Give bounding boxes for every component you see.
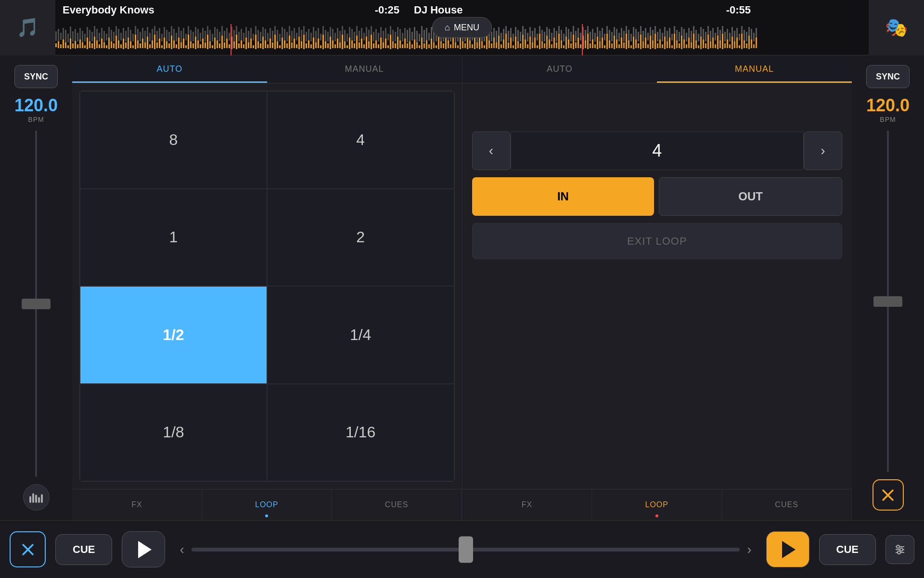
left-loop-cell-1[interactable]: 1 <box>80 189 267 287</box>
left-bottom-tab-loop[interactable]: LOOP <box>202 489 332 520</box>
left-loop-cell-quarter[interactable]: 1/4 <box>267 286 454 384</box>
svg-rect-188 <box>156 42 158 48</box>
svg-rect-175 <box>125 42 127 48</box>
right-cue-button[interactable]: CUE <box>819 534 876 565</box>
left-play-button[interactable] <box>122 531 165 567</box>
right-sync-button[interactable]: SYNC <box>866 65 910 88</box>
svg-rect-302 <box>428 33 430 40</box>
svg-rect-527 <box>618 44 620 48</box>
svg-rect-287 <box>395 43 396 48</box>
svg-rect-228 <box>253 45 254 48</box>
svg-rect-504 <box>563 45 565 48</box>
svg-rect-567 <box>715 44 716 48</box>
exit-loop-button[interactable]: EXIT LOOP <box>472 223 843 259</box>
svg-rect-93 <box>279 34 281 41</box>
svg-rect-183 <box>144 42 146 48</box>
svg-rect-391 <box>642 31 644 41</box>
svg-rect-473 <box>488 40 490 48</box>
left-sync-button[interactable]: SYNC <box>14 65 58 88</box>
svg-rect-146 <box>55 43 57 47</box>
crossfader-left-arrow[interactable]: ‹ <box>180 542 184 557</box>
left-loop-cell-8[interactable]: 8 <box>80 91 267 189</box>
crossfader-track[interactable] <box>192 548 740 552</box>
svg-rect-469 <box>479 37 480 49</box>
svg-rect-547 <box>667 41 668 48</box>
crossfader-thumb[interactable] <box>459 536 473 563</box>
loop-size-prev-button[interactable]: ‹ <box>472 131 511 170</box>
left-loop-cell-2[interactable]: 2 <box>267 189 454 287</box>
menu-button[interactable]: ⌂ MENU <box>432 17 492 38</box>
svg-rect-267 <box>346 45 348 48</box>
svg-rect-545 <box>662 44 663 48</box>
svg-rect-217 <box>226 39 228 48</box>
right-tab-manual[interactable]: MANUAL <box>657 55 852 83</box>
svg-rect-445 <box>421 38 423 49</box>
svg-rect-277 <box>371 35 372 49</box>
left-loop-cell-sixteenth[interactable]: 1/16 <box>267 384 454 482</box>
svg-rect-580 <box>746 43 747 48</box>
svg-rect-244 <box>291 42 293 48</box>
left-cue-button[interactable]: CUE <box>55 534 112 565</box>
svg-rect-106 <box>310 33 312 41</box>
left-tab-manual[interactable]: MANUAL <box>267 55 462 83</box>
svg-rect-328 <box>491 32 492 41</box>
svg-rect-149 <box>63 39 64 48</box>
svg-rect-470 <box>481 41 483 48</box>
left-pitch-thumb[interactable] <box>22 299 51 309</box>
svg-rect-250 <box>306 43 307 48</box>
svg-rect-50 <box>176 33 177 41</box>
svg-rect-498 <box>549 39 550 48</box>
left-bottom-tab-cues[interactable]: CUES <box>332 489 462 520</box>
svg-rect-187 <box>154 35 155 49</box>
crossfader-right-arrow[interactable]: › <box>747 542 751 557</box>
right-pitch-thumb[interactable] <box>873 296 902 307</box>
right-x-close-button[interactable] <box>873 479 904 511</box>
right-bottom-tab-cues[interactable]: CUES <box>722 489 852 520</box>
svg-rect-12 <box>84 34 86 41</box>
svg-rect-21 <box>106 34 107 40</box>
svg-rect-369 <box>590 32 591 41</box>
crossfader-container: ‹ › <box>165 542 766 557</box>
svg-rect-349 <box>541 30 543 43</box>
right-tab-auto[interactable]: AUTO <box>462 55 657 83</box>
svg-rect-297 <box>416 31 418 43</box>
svg-rect-47 <box>168 32 170 41</box>
svg-rect-272 <box>359 42 360 48</box>
svg-rect-549 <box>671 45 673 48</box>
svg-rect-116 <box>334 33 336 41</box>
left-eq-button[interactable] <box>23 484 50 511</box>
loop-size-next-button[interactable]: › <box>804 131 842 170</box>
svg-rect-280 <box>378 44 379 48</box>
left-loop-cell-4[interactable]: 4 <box>267 91 454 189</box>
left-pitch-slider[interactable] <box>5 131 67 477</box>
svg-rect-339 <box>517 30 519 43</box>
left-bottom-tab-fx[interactable]: FX <box>72 489 202 520</box>
svg-rect-566 <box>712 38 714 48</box>
left-tab-auto[interactable]: AUTO <box>72 55 267 83</box>
svg-rect-550 <box>674 34 675 49</box>
svg-rect-160 <box>89 41 90 48</box>
loop-size-display: 4 <box>511 131 804 170</box>
left-album-art: 🎵 <box>0 0 55 55</box>
svg-rect-72 <box>229 33 230 40</box>
svg-rect-419 <box>710 31 711 41</box>
loop-out-button[interactable]: OUT <box>659 177 842 216</box>
right-album-art: 🎭 <box>869 0 924 55</box>
svg-rect-211 <box>212 45 213 48</box>
settings-button[interactable] <box>886 535 914 564</box>
svg-rect-335 <box>508 31 509 41</box>
svg-rect-168 <box>108 38 110 49</box>
svg-rect-252 <box>310 44 312 48</box>
right-play-button[interactable] <box>766 531 809 567</box>
right-bottom-tab-fx[interactable]: FX <box>462 489 592 520</box>
left-x-close-button[interactable] <box>10 531 46 567</box>
left-loop-cell-eighth[interactable]: 1/8 <box>80 384 267 482</box>
svg-rect-261 <box>332 40 334 48</box>
right-bottom-tab-loop[interactable]: LOOP <box>592 489 722 520</box>
svg-rect-194 <box>171 36 172 49</box>
svg-rect-494 <box>539 34 540 49</box>
svg-rect-375 <box>604 34 605 40</box>
right-pitch-slider[interactable] <box>857 131 919 472</box>
loop-in-button[interactable]: IN <box>472 177 654 216</box>
left-loop-cell-half[interactable]: 1/2 <box>80 286 267 384</box>
